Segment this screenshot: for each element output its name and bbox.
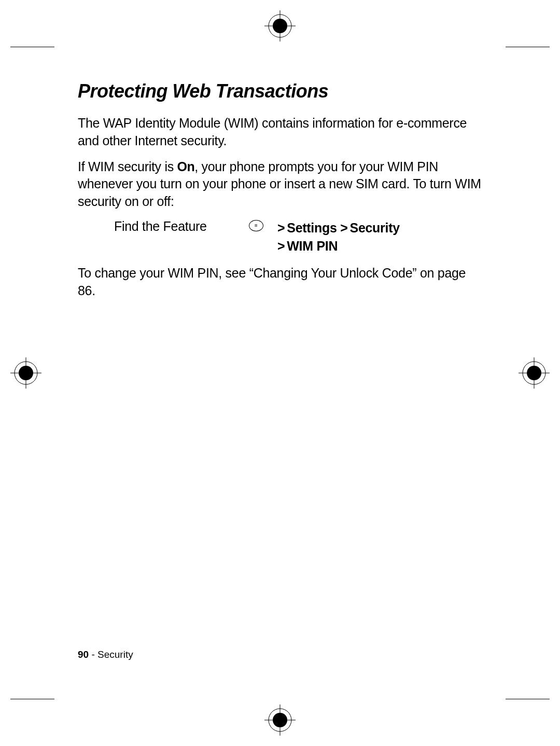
svg-point-15 xyxy=(527,366,541,380)
page-number: 90 xyxy=(78,649,89,660)
registration-mark-bottom-icon xyxy=(264,704,296,736)
registration-mark-top-icon xyxy=(264,10,296,42)
crop-mark-icon xyxy=(10,699,54,699)
registration-mark-left-icon xyxy=(10,357,41,389)
page-footer: 90 - Security xyxy=(78,649,133,660)
svg-point-11 xyxy=(19,366,33,380)
svg-point-7 xyxy=(273,713,287,727)
footer-separator: - xyxy=(89,649,97,660)
find-the-feature-block: Find the Feature ≡ >Settings >Security >… xyxy=(114,219,482,255)
inline-on-label: On xyxy=(177,159,195,174)
menu-key-icon: ≡ xyxy=(249,219,277,255)
crop-mark-icon xyxy=(10,47,54,47)
menu-path: >Settings >Security >WIM PIN xyxy=(277,219,400,255)
registration-mark-right-icon xyxy=(519,357,550,389)
menu-path-settings: Settings xyxy=(287,220,337,235)
text-fragment: If WIM security is xyxy=(78,159,177,174)
section-heading: Protecting Web Transactions xyxy=(78,80,482,102)
paragraph: To change your WIM PIN, see “Changing Yo… xyxy=(78,265,482,300)
crop-mark-icon xyxy=(506,699,550,699)
menu-path-security: Security xyxy=(350,220,400,235)
svg-point-3 xyxy=(273,19,287,33)
footer-section-name: Security xyxy=(97,649,133,660)
page-content: Protecting Web Transactions The WAP Iden… xyxy=(78,80,482,308)
paragraph: If WIM security is On, your phone prompt… xyxy=(78,158,482,211)
paragraph: The WAP Identity Module (WIM) contains i… xyxy=(78,115,482,150)
crop-mark-icon xyxy=(506,47,550,47)
feature-label: Find the Feature xyxy=(114,219,249,255)
menu-path-wim-pin: WIM PIN xyxy=(287,239,338,253)
